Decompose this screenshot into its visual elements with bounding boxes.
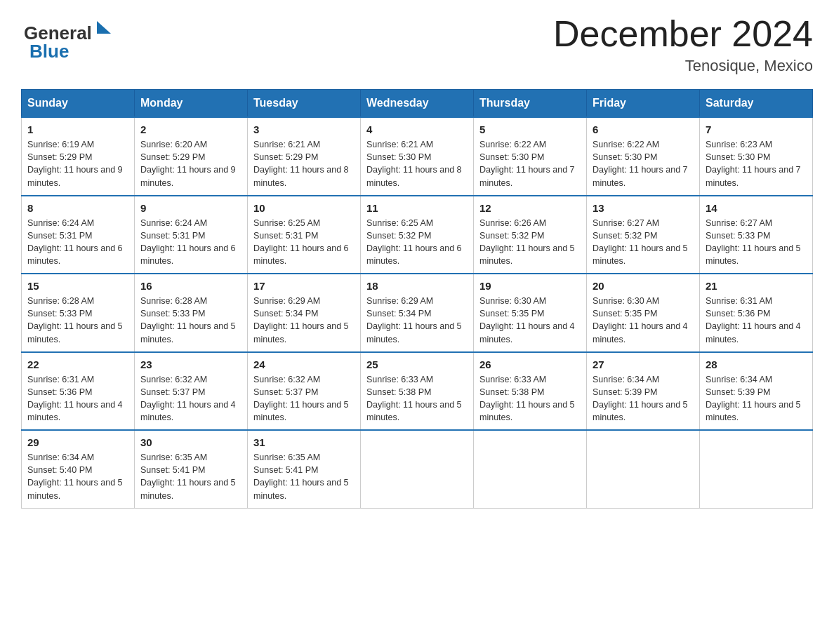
day-number: 31 [253,436,355,448]
weekday-header-friday: Friday [587,90,700,118]
day-info: Sunrise: 6:32 AMSunset: 5:37 PMDaylight:… [253,375,349,422]
calendar-day-cell: 17 Sunrise: 6:29 AMSunset: 5:34 PMDaylig… [248,274,361,352]
calendar-day-cell: 12 Sunrise: 6:26 AMSunset: 5:32 PMDaylig… [474,196,587,274]
day-number: 28 [706,358,807,370]
day-info: Sunrise: 6:29 AMSunset: 5:34 PMDaylight:… [253,296,349,344]
svg-marker-1 [97,21,111,34]
day-number: 6 [593,123,694,135]
calendar-day-cell: 19 Sunrise: 6:30 AMSunset: 5:35 PMDaylig… [474,274,587,352]
calendar-day-cell: 27 Sunrise: 6:34 AMSunset: 5:39 PMDaylig… [587,352,700,431]
day-info: Sunrise: 6:24 AMSunset: 5:31 PMDaylight:… [140,218,236,266]
day-info: Sunrise: 6:24 AMSunset: 5:31 PMDaylight:… [27,218,123,266]
day-info: Sunrise: 6:20 AMSunset: 5:29 PMDaylight:… [140,140,236,187]
day-number: 11 [366,202,468,214]
day-number: 16 [140,280,241,292]
day-info: Sunrise: 6:25 AMSunset: 5:32 PMDaylight:… [366,218,462,266]
day-number: 27 [593,358,694,370]
day-number: 19 [479,280,581,292]
calendar-day-cell: 15 Sunrise: 6:28 AMSunset: 5:33 PMDaylig… [22,274,135,352]
day-info: Sunrise: 6:34 AMSunset: 5:39 PMDaylight:… [706,375,801,422]
day-number: 17 [253,280,355,292]
day-info: Sunrise: 6:34 AMSunset: 5:39 PMDaylight:… [593,375,688,422]
calendar-day-cell: 9 Sunrise: 6:24 AMSunset: 5:31 PMDayligh… [135,196,248,274]
day-number: 1 [27,123,128,135]
weekday-header-saturday: Saturday [700,90,813,118]
day-info: Sunrise: 6:35 AMSunset: 5:41 PMDaylight:… [140,452,236,500]
calendar-day-cell: 8 Sunrise: 6:24 AMSunset: 5:31 PMDayligh… [22,196,135,274]
day-info: Sunrise: 6:19 AMSunset: 5:29 PMDaylight:… [27,140,123,187]
day-info: Sunrise: 6:29 AMSunset: 5:34 PMDaylight:… [366,296,462,344]
calendar-day-cell: 26 Sunrise: 6:33 AMSunset: 5:38 PMDaylig… [474,352,587,431]
calendar-day-cell: 4 Sunrise: 6:21 AMSunset: 5:30 PMDayligh… [361,117,474,196]
day-info: Sunrise: 6:27 AMSunset: 5:32 PMDaylight:… [593,218,688,266]
day-number: 5 [479,123,581,135]
day-info: Sunrise: 6:25 AMSunset: 5:31 PMDaylight:… [253,218,349,266]
day-info: Sunrise: 6:30 AMSunset: 5:35 PMDaylight:… [593,296,688,344]
calendar-week-row: 8 Sunrise: 6:24 AMSunset: 5:31 PMDayligh… [22,196,813,274]
day-number: 13 [593,202,694,214]
day-number: 20 [593,280,694,292]
month-title: December 2024 [553,14,813,54]
calendar-day-cell: 21 Sunrise: 6:31 AMSunset: 5:36 PMDaylig… [700,274,813,352]
day-number: 9 [140,202,241,214]
calendar-day-cell: 29 Sunrise: 6:34 AMSunset: 5:40 PMDaylig… [22,430,135,508]
calendar-week-row: 29 Sunrise: 6:34 AMSunset: 5:40 PMDaylig… [22,430,813,508]
calendar-week-row: 1 Sunrise: 6:19 AMSunset: 5:29 PMDayligh… [22,117,813,196]
calendar-day-cell: 2 Sunrise: 6:20 AMSunset: 5:29 PMDayligh… [135,117,248,196]
calendar-day-cell: 18 Sunrise: 6:29 AMSunset: 5:34 PMDaylig… [361,274,474,352]
day-info: Sunrise: 6:28 AMSunset: 5:33 PMDaylight:… [27,296,123,344]
day-info: Sunrise: 6:26 AMSunset: 5:32 PMDaylight:… [479,218,575,266]
day-number: 22 [27,358,128,370]
day-info: Sunrise: 6:21 AMSunset: 5:29 PMDaylight:… [253,140,349,187]
day-number: 26 [479,358,581,370]
calendar-week-row: 22 Sunrise: 6:31 AMSunset: 5:36 PMDaylig… [22,352,813,431]
calendar-day-cell: 22 Sunrise: 6:31 AMSunset: 5:36 PMDaylig… [22,352,135,431]
calendar-day-cell: 11 Sunrise: 6:25 AMSunset: 5:32 PMDaylig… [361,196,474,274]
day-number: 8 [27,202,128,214]
weekday-header-sunday: Sunday [22,90,135,118]
calendar-day-cell: 1 Sunrise: 6:19 AMSunset: 5:29 PMDayligh… [22,117,135,196]
calendar-day-cell: 10 Sunrise: 6:25 AMSunset: 5:31 PMDaylig… [248,196,361,274]
day-number: 10 [253,202,355,214]
calendar-day-cell: 5 Sunrise: 6:22 AMSunset: 5:30 PMDayligh… [474,117,587,196]
title-area: December 2024 Tenosique, Mexico [553,14,813,75]
day-number: 2 [140,123,241,135]
weekday-header-thursday: Thursday [474,90,587,118]
calendar-day-cell: 28 Sunrise: 6:34 AMSunset: 5:39 PMDaylig… [700,352,813,431]
calendar-day-cell: 31 Sunrise: 6:35 AMSunset: 5:41 PMDaylig… [248,430,361,508]
day-number: 30 [140,436,241,448]
logo: General Blue [21,14,112,62]
day-info: Sunrise: 6:32 AMSunset: 5:37 PMDaylight:… [140,375,236,422]
location-subtitle: Tenosique, Mexico [553,57,813,75]
calendar-day-cell [700,430,813,508]
day-number: 21 [706,280,807,292]
calendar-day-cell [587,430,700,508]
day-info: Sunrise: 6:30 AMSunset: 5:35 PMDaylight:… [479,296,575,344]
logo-svg: General Blue [21,14,112,62]
day-number: 15 [27,280,128,292]
weekday-header-wednesday: Wednesday [361,90,474,118]
day-info: Sunrise: 6:33 AMSunset: 5:38 PMDaylight:… [479,375,575,422]
calendar-day-cell [361,430,474,508]
day-number: 29 [27,436,128,448]
day-info: Sunrise: 6:21 AMSunset: 5:30 PMDaylight:… [366,140,462,187]
calendar-table: SundayMondayTuesdayWednesdayThursdayFrid… [21,89,813,509]
svg-text:Blue: Blue [29,41,69,62]
calendar-day-cell: 30 Sunrise: 6:35 AMSunset: 5:41 PMDaylig… [135,430,248,508]
day-number: 14 [706,202,807,214]
day-info: Sunrise: 6:31 AMSunset: 5:36 PMDaylight:… [706,296,801,344]
calendar-day-cell: 23 Sunrise: 6:32 AMSunset: 5:37 PMDaylig… [135,352,248,431]
calendar-day-cell: 14 Sunrise: 6:27 AMSunset: 5:33 PMDaylig… [700,196,813,274]
weekday-header-row: SundayMondayTuesdayWednesdayThursdayFrid… [22,90,813,118]
weekday-header-tuesday: Tuesday [248,90,361,118]
day-info: Sunrise: 6:27 AMSunset: 5:33 PMDaylight:… [706,218,801,266]
calendar-day-cell: 13 Sunrise: 6:27 AMSunset: 5:32 PMDaylig… [587,196,700,274]
calendar-day-cell: 16 Sunrise: 6:28 AMSunset: 5:33 PMDaylig… [135,274,248,352]
day-number: 3 [253,123,355,135]
weekday-header-monday: Monday [135,90,248,118]
calendar-day-cell: 7 Sunrise: 6:23 AMSunset: 5:30 PMDayligh… [700,117,813,196]
day-info: Sunrise: 6:28 AMSunset: 5:33 PMDaylight:… [140,296,236,344]
calendar-day-cell: 3 Sunrise: 6:21 AMSunset: 5:29 PMDayligh… [248,117,361,196]
day-info: Sunrise: 6:35 AMSunset: 5:41 PMDaylight:… [253,452,349,500]
day-number: 25 [366,358,468,370]
